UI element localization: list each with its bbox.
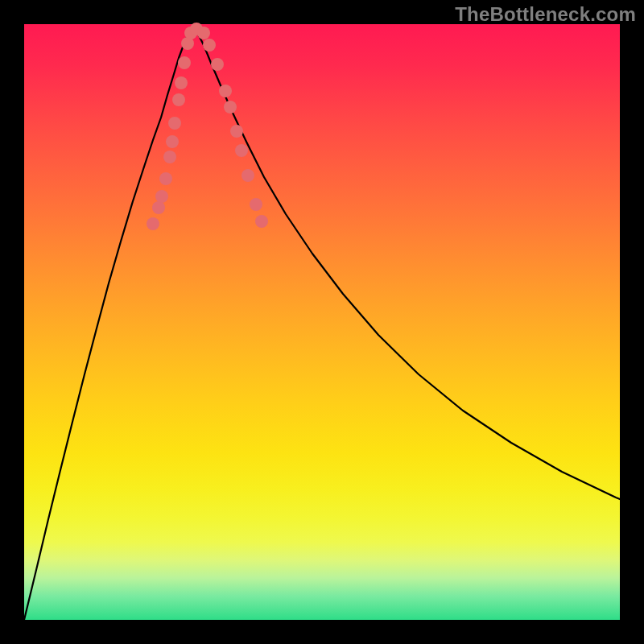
marker-dot xyxy=(159,172,172,185)
marker-dot xyxy=(197,27,210,39)
marker-dot xyxy=(155,190,168,203)
marker-dot xyxy=(172,93,185,106)
marker-dot xyxy=(224,101,237,114)
marker-dot xyxy=(168,117,181,130)
marker-dot xyxy=(203,39,216,52)
marker-dot xyxy=(175,76,188,89)
outer-frame: TheBottleneck.com xyxy=(0,0,644,644)
marker-dot xyxy=(255,215,268,228)
curve-right-branch xyxy=(193,26,620,499)
marker-dot xyxy=(178,56,191,69)
plot-area xyxy=(24,24,620,620)
marker-dot xyxy=(235,144,248,157)
marker-dot xyxy=(242,169,254,182)
marker-dot xyxy=(163,151,176,163)
marker-dot xyxy=(219,85,232,97)
chart-svg xyxy=(24,24,620,620)
curve-left-branch xyxy=(24,26,193,620)
watermark-text: TheBottleneck.com xyxy=(455,3,636,26)
marker-dot xyxy=(211,58,224,71)
marker-dot xyxy=(152,201,165,214)
marker-dot xyxy=(250,198,262,211)
bottleneck-curve xyxy=(24,26,620,620)
marker-dot xyxy=(166,135,179,148)
marker-dot xyxy=(230,125,243,138)
marker-dot xyxy=(147,217,159,230)
